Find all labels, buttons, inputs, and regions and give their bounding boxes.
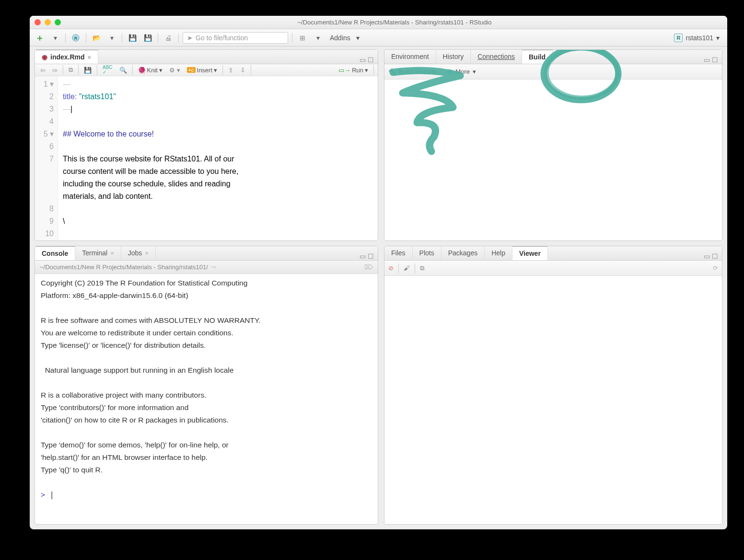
tab-viewer[interactable]: Viewer [512,246,548,260]
open-file-button[interactable]: 📂 [90,32,103,44]
console-path-bar: ~/Documents1/New R Projects/Materials - … [35,261,378,274]
insert-button[interactable]: +c Insert ▾ [185,66,220,75]
maximize-pane-icon[interactable]: ☐ [712,56,718,64]
line-gutter: 1 ▾2345 ▾67 8910 [35,76,58,241]
save-button[interactable]: 💾 [126,32,139,44]
tab-history[interactable]: History [436,49,471,64]
build-output-area [384,80,722,240]
viewer-toolbar: ⊘ 🖌 ⧉ ⟳ [384,261,722,276]
popout-icon[interactable]: ⧉ [420,264,424,272]
console-pane: Console Terminal × Jobs × ▭ ☐ ~/Document… [35,246,378,525]
minimize-pane-icon[interactable]: ▭ [704,56,710,64]
back-button[interactable]: ⇦ [38,66,48,75]
code-editor[interactable]: 1 ▾2345 ▾67 8910 --- title: "rstats101" … [35,76,378,241]
project-label: rstats101 [686,34,713,42]
refresh-icon[interactable]: ⟳ [713,264,718,272]
viewer-content [384,276,722,524]
tab-packages[interactable]: Packages [442,246,485,260]
new-file-button[interactable]: ＋ [34,32,46,44]
tab-environment[interactable]: Environment [384,49,436,64]
addins-dropdown-icon[interactable]: ▾ [356,34,360,42]
rstudio-window: ~/Documents1/New R Projects/Materials - … [30,16,727,529]
window-title: ~/Documents1/New R Projects/Materials - … [67,19,722,26]
console-tabs: Console Terminal × Jobs × ▭ ☐ [35,246,378,261]
minimize-window-icon[interactable] [45,19,51,25]
goto-placeholder: Go to file/function [196,34,248,42]
source-text[interactable]: --- title: "rstats101" ---| ## Welcome t… [58,76,378,241]
build-website-button[interactable]: 🔨 Build Website [388,68,437,75]
minimize-pane-icon[interactable]: ▭ [360,56,366,64]
tab-connections[interactable]: Connections [471,49,522,64]
tab-console[interactable]: Console [35,246,75,260]
console-prompt: > [41,491,45,499]
settings-button[interactable]: ⚙ ▾ [167,66,183,75]
titlebar: ~/Documents1/New R Projects/Materials - … [30,16,727,29]
gear-icon: ⚙ [447,68,453,75]
hammer-icon: 🔨 [388,68,396,75]
maximize-pane-icon[interactable]: ☐ [712,252,718,260]
clear-console-icon[interactable]: ⌦ [364,263,373,271]
panes-container: ◉ index.Rmd × ▭ ☐ ⇦ ⇨ ⧉ 💾 [30,46,727,529]
goto-file-function-input[interactable]: ➤ Go to file/function [183,32,288,44]
rmd-file-icon: ◉ [42,53,47,61]
save-all-button[interactable]: 💾 [141,32,154,44]
r-project-icon: R [674,34,683,42]
spellcheck-button[interactable]: ABC✓ [100,64,115,76]
save-file-button[interactable]: 💾 [81,66,94,75]
viewer-pane: Files Plots Packages Help Viewer ▭ ☐ ⊘ 🖌… [384,246,722,525]
addins-menu[interactable]: Addins [327,34,353,42]
knit-button[interactable]: 🧶 Knit ▾ [136,66,165,75]
go-down-button[interactable]: ⇩ [238,66,248,75]
close-tab-icon[interactable]: × [88,54,92,61]
maximize-pane-icon[interactable]: ☐ [368,56,374,64]
main-toolbar: ＋ ▾ R 📂 ▾ 💾 💾 🖨 ➤ Go to file/function ⊞ … [30,29,727,46]
show-in-new-window-button[interactable]: ⧉ [66,65,75,75]
run-button[interactable]: ▭→ Run ▾ [336,66,371,75]
grid-view-button[interactable]: ⊞ [296,32,309,44]
forward-button[interactable]: ⇨ [50,66,60,75]
viewer-tabs: Files Plots Packages Help Viewer ▭ ☐ [384,246,722,261]
zoom-window-icon[interactable] [55,19,61,25]
more-menu[interactable]: ⚙ More ▾ [447,68,476,75]
minimize-pane-icon[interactable]: ▭ [704,252,710,260]
find-button[interactable]: 🔍 [117,66,129,75]
tab-terminal[interactable]: Terminal × [75,246,121,260]
build-toolbar: 🔨 Build Website ⚙ More ▾ [384,64,722,80]
tab-jobs[interactable]: Jobs × [121,246,156,260]
source-tabs: ◉ index.Rmd × ▭ ☐ [35,50,378,64]
console-working-dir: ~/Documents1/New R Projects/Materials - … [40,263,208,271]
remove-viewer-icon[interactable]: ⊘ [388,264,394,272]
console-output[interactable]: Copyright (C) 2019 The R Foundation for … [35,274,378,524]
wd-arrow-icon[interactable]: ⤳ [211,263,216,271]
minimize-pane-icon[interactable]: ▭ [360,252,366,260]
source-file-tab[interactable]: ◉ index.Rmd × [35,49,98,64]
tab-build[interactable]: Build [522,49,553,64]
project-menu[interactable]: R rstats101 ▾ [670,34,723,42]
goto-arrow-icon: ➤ [187,34,193,42]
close-window-icon[interactable] [35,19,41,25]
tab-plots[interactable]: Plots [413,246,442,260]
source-filename: index.Rmd [50,53,85,61]
svg-text:R: R [74,36,78,41]
editor-toolbar: ⇦ ⇨ ⧉ 💾 ABC✓ 🔍 🧶 Knit ▾ ⚙ ▾ +c Insert ▾ … [35,64,378,76]
source-pane: ◉ index.Rmd × ▭ ☐ ⇦ ⇨ ⧉ 💾 [35,49,378,241]
brush-icon[interactable]: 🖌 [404,264,410,272]
new-file-dropdown[interactable]: ▾ [49,32,61,44]
project-dropdown-icon: ▾ [716,34,720,42]
open-recent-dropdown[interactable]: ▾ [105,32,118,44]
tab-files[interactable]: Files [384,246,413,260]
print-button[interactable]: 🖨 [162,32,174,44]
traffic-lights [35,19,61,25]
environment-pane: Environment History Connections Build ▭ … [384,49,722,241]
maximize-pane-icon[interactable]: ☐ [368,252,374,260]
env-tabs: Environment History Connections Build ▭ … [384,50,722,64]
grid-dropdown[interactable]: ▾ [312,32,324,44]
go-up-button[interactable]: ⇧ [226,66,236,75]
new-project-button[interactable]: R [70,32,82,44]
tab-help[interactable]: Help [485,246,512,260]
